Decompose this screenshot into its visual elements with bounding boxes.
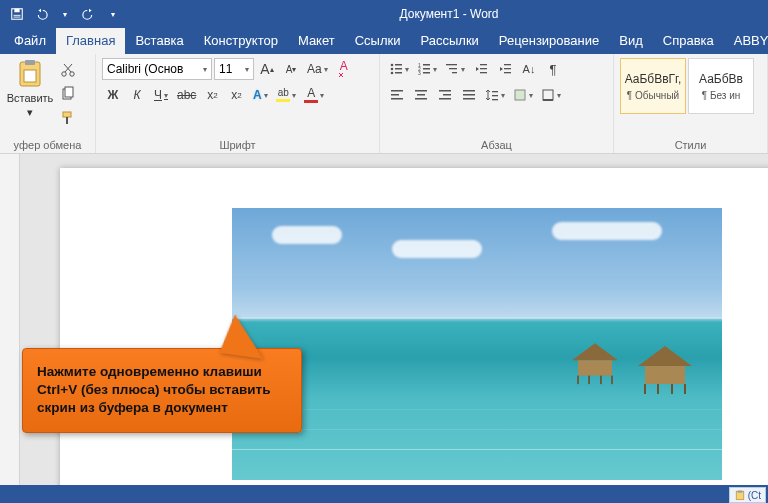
font-color-button[interactable]: A▾: [301, 84, 327, 106]
svg-rect-36: [391, 98, 403, 100]
copy-icon[interactable]: [58, 84, 78, 104]
quick-access-toolbar: ▾ ▾: [0, 3, 130, 25]
group-clipboard-label: уфер обмена: [6, 137, 89, 151]
callout-text: Нажмите одновременно клавиши Ctrl+V (без…: [37, 364, 270, 415]
subscript-button[interactable]: x2: [201, 84, 223, 106]
decrease-indent-button[interactable]: [470, 58, 492, 80]
multilevel-list-button[interactable]: ▾: [442, 58, 468, 80]
svg-rect-20: [423, 64, 430, 66]
svg-rect-29: [480, 68, 487, 69]
font-name-combo[interactable]: Calibri (Основ▾: [102, 58, 212, 80]
bold-button[interactable]: Ж: [102, 84, 124, 106]
ribbon-tabs: Файл Главная Вставка Конструктор Макет С…: [0, 28, 768, 54]
redo-icon[interactable]: [78, 3, 100, 25]
underline-button[interactable]: Ч▾: [150, 84, 172, 106]
svg-rect-22: [423, 68, 430, 70]
save-icon[interactable]: [6, 3, 28, 25]
increase-indent-button[interactable]: [494, 58, 516, 80]
hut-icon: [638, 346, 692, 390]
undo-icon[interactable]: [30, 3, 52, 25]
hut-icon: [572, 343, 618, 380]
cut-icon[interactable]: [58, 60, 78, 80]
svg-rect-53: [737, 491, 742, 493]
grow-font-button[interactable]: A▴: [256, 58, 278, 80]
borders-button[interactable]: ▾: [538, 84, 564, 106]
tab-view[interactable]: Вид: [609, 28, 653, 54]
svg-rect-48: [492, 99, 498, 100]
chevron-down-icon: ▾: [27, 106, 33, 119]
line-spacing-button[interactable]: ▾: [482, 84, 508, 106]
sort-button[interactable]: A↓: [518, 58, 540, 80]
align-right-button[interactable]: [434, 84, 456, 106]
instruction-callout: Нажмите одновременно клавиши Ctrl+V (без…: [22, 348, 302, 433]
group-font: Calibri (Основ▾ 11▾ A▴ A▾ Aa▾ A Ж К Ч▾ a…: [96, 54, 380, 153]
tab-design[interactable]: Конструктор: [194, 28, 288, 54]
tab-file[interactable]: Файл: [4, 28, 56, 54]
bullets-button[interactable]: ▾: [386, 58, 412, 80]
tab-layout[interactable]: Макет: [288, 28, 345, 54]
paste-label: Вставить: [7, 92, 54, 104]
svg-rect-1: [14, 9, 19, 13]
show-marks-button[interactable]: ¶: [542, 58, 564, 80]
clear-formatting-button[interactable]: A: [333, 58, 355, 80]
svg-rect-3: [14, 17, 21, 18]
undo-more-icon[interactable]: ▾: [54, 3, 76, 25]
tab-home[interactable]: Главная: [56, 28, 125, 54]
svg-rect-25: [446, 64, 457, 65]
style-no-spacing[interactable]: АаБбВв ¶ Без ин: [688, 58, 754, 114]
svg-rect-39: [415, 98, 427, 100]
svg-rect-42: [439, 98, 451, 100]
change-case-button[interactable]: Aa▾: [304, 58, 331, 80]
svg-rect-35: [391, 94, 399, 96]
app-name: Word: [470, 7, 498, 21]
svg-rect-47: [492, 95, 498, 96]
highlight-button[interactable]: ab▾: [273, 84, 299, 106]
format-painter-icon[interactable]: [58, 108, 78, 128]
italic-button[interactable]: К: [126, 84, 148, 106]
svg-point-13: [391, 64, 394, 67]
svg-rect-18: [395, 72, 402, 74]
shading-button[interactable]: ▾: [510, 84, 536, 106]
svg-rect-32: [504, 68, 511, 69]
svg-rect-2: [14, 15, 21, 16]
group-font-label: Шрифт: [102, 137, 373, 151]
strikethrough-button[interactable]: abc: [174, 84, 199, 106]
svg-rect-5: [25, 60, 35, 65]
superscript-button[interactable]: x2: [225, 84, 247, 106]
text-effects-button[interactable]: A▾: [249, 84, 271, 106]
callout-tail-icon: [219, 313, 268, 359]
group-styles: АаБбВвГг, ¶ Обычный АаБбВв ¶ Без ин Стил…: [614, 54, 768, 153]
svg-rect-37: [415, 90, 427, 92]
align-center-button[interactable]: [410, 84, 432, 106]
font-size-combo[interactable]: 11▾: [214, 58, 254, 80]
style-normal[interactable]: АаБбВвГг, ¶ Обычный: [620, 58, 686, 114]
svg-rect-26: [449, 68, 457, 69]
qat-customize-icon[interactable]: ▾: [102, 3, 124, 25]
paste-options-button[interactable]: (Ct: [729, 487, 766, 503]
align-left-button[interactable]: [386, 84, 408, 106]
svg-rect-30: [480, 72, 487, 73]
numbering-button[interactable]: 123▾: [414, 58, 440, 80]
inserted-image[interactable]: [232, 208, 722, 480]
svg-rect-34: [391, 90, 403, 92]
svg-rect-14: [395, 64, 402, 66]
group-paragraph: ▾ 123▾ ▾ A↓ ¶ ▾ ▾ ▾ Абзац: [380, 54, 614, 153]
tab-insert[interactable]: Вставка: [125, 28, 193, 54]
tab-references[interactable]: Ссылки: [345, 28, 411, 54]
justify-button[interactable]: [458, 84, 480, 106]
svg-point-17: [391, 72, 394, 75]
svg-rect-44: [463, 94, 475, 96]
tab-abbyy[interactable]: ABBYY: [724, 28, 768, 54]
svg-rect-43: [463, 90, 475, 92]
shrink-font-button[interactable]: A▾: [280, 58, 302, 80]
tab-mailings[interactable]: Рассылки: [410, 28, 488, 54]
title-bar: ▾ ▾ Документ1 - Word: [0, 0, 768, 28]
svg-point-15: [391, 68, 394, 71]
svg-point-8: [70, 72, 74, 76]
group-clipboard: Вставить ▾ уфер обмена: [0, 54, 96, 153]
svg-point-7: [62, 72, 66, 76]
svg-rect-6: [24, 70, 36, 82]
paste-button[interactable]: Вставить ▾: [6, 58, 54, 119]
tab-review[interactable]: Рецензирование: [489, 28, 609, 54]
tab-help[interactable]: Справка: [653, 28, 724, 54]
